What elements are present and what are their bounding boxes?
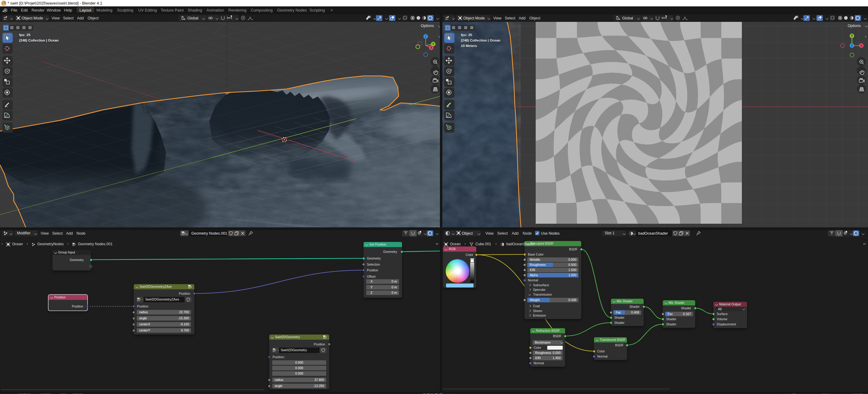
svg-text:X: X (860, 44, 862, 47)
svg-text:Z: Z (851, 44, 853, 47)
svg-text:X: X (430, 46, 432, 50)
svg-text:Y: Y (851, 34, 853, 38)
svg-text:Y: Y (432, 42, 434, 46)
svg-text:Z: Z (425, 35, 427, 38)
